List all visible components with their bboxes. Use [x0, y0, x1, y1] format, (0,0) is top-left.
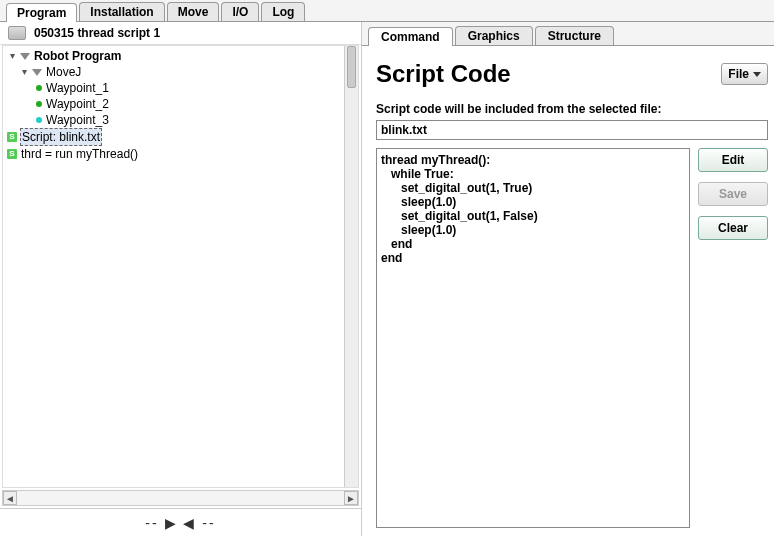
- tab-graphics[interactable]: Graphics: [455, 26, 533, 45]
- tree-hscrollbar[interactable]: ◄ ►: [2, 490, 359, 506]
- script-icon: S: [7, 149, 17, 159]
- tree-vscrollbar[interactable]: [344, 46, 358, 487]
- playback-controls[interactable]: -- ▶ ◀ --: [0, 508, 361, 536]
- file-dropdown-button[interactable]: File: [721, 63, 768, 85]
- panel-subtitle: Script code will be included from the se…: [376, 102, 768, 116]
- tab-io[interactable]: I/O: [221, 2, 259, 21]
- waypoint-icon: [36, 101, 42, 107]
- tree-movej[interactable]: ▾MoveJ: [5, 64, 342, 80]
- tab-structure[interactable]: Structure: [535, 26, 614, 45]
- scroll-left-icon[interactable]: ◄: [3, 491, 17, 505]
- tree-script[interactable]: SScript: blink.txt: [5, 128, 342, 146]
- clear-button[interactable]: Clear: [698, 216, 768, 240]
- right-panel: Command Graphics Structure Script Code F…: [362, 22, 774, 536]
- script-icon: S: [7, 132, 17, 142]
- waypoint-icon: [36, 85, 42, 91]
- tree-root[interactable]: ▾Robot Program: [5, 48, 342, 64]
- scroll-right-icon[interactable]: ►: [344, 491, 358, 505]
- toggle-icon[interactable]: ▾: [19, 64, 29, 80]
- move-icon: [32, 69, 42, 76]
- button-column: Edit Save Clear: [698, 148, 768, 528]
- edit-button[interactable]: Edit: [698, 148, 768, 172]
- sub-tabs: Command Graphics Structure: [362, 22, 774, 46]
- tab-move[interactable]: Move: [167, 2, 220, 21]
- program-icon: [20, 53, 30, 60]
- tree-waypoint[interactable]: Waypoint_3: [5, 112, 342, 128]
- file-row: 050315 thread script 1: [0, 22, 361, 45]
- tab-log[interactable]: Log: [261, 2, 305, 21]
- file-name: 050315 thread script 1: [34, 26, 160, 40]
- program-tree[interactable]: ▾Robot Program ▾MoveJ Waypoint_1 Waypoin…: [3, 46, 344, 487]
- script-code-area: thread myThread(): while True: set_digit…: [376, 148, 690, 528]
- top-tabs: Program Installation Move I/O Log: [0, 0, 774, 22]
- script-file-field[interactable]: blink.txt: [376, 120, 768, 140]
- save-button: Save: [698, 182, 768, 206]
- waypoint-icon: [36, 117, 42, 123]
- scroll-track[interactable]: [17, 491, 344, 505]
- tree-waypoint[interactable]: Waypoint_1: [5, 80, 342, 96]
- left-panel: 050315 thread script 1 ▾Robot Program ▾M…: [0, 22, 362, 536]
- tab-installation[interactable]: Installation: [79, 2, 164, 21]
- tab-command[interactable]: Command: [368, 27, 453, 46]
- tab-program[interactable]: Program: [6, 3, 77, 22]
- disk-icon[interactable]: [8, 26, 26, 40]
- panel-title: Script Code: [376, 60, 511, 88]
- tree-waypoint[interactable]: Waypoint_2: [5, 96, 342, 112]
- toggle-icon[interactable]: ▾: [7, 48, 17, 64]
- tree-thread[interactable]: Sthrd = run myThread(): [5, 146, 342, 162]
